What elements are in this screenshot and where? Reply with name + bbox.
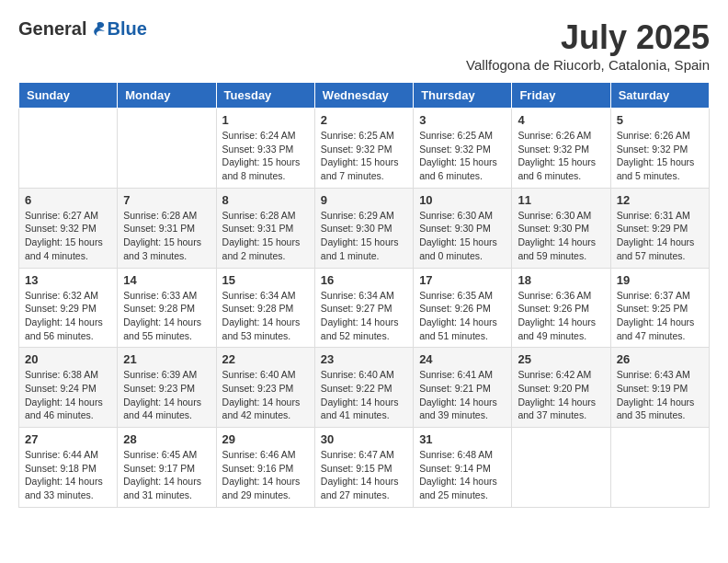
calendar-cell: 28Sunrise: 6:45 AMSunset: 9:17 PMDayligh…: [118, 428, 216, 508]
day-number: 21: [123, 352, 210, 366]
calendar-cell: 29Sunrise: 6:46 AMSunset: 9:16 PMDayligh…: [216, 428, 314, 508]
day-number: 15: [222, 273, 309, 287]
calendar-week-2: 6Sunrise: 6:27 AMSunset: 9:32 PMDaylight…: [19, 188, 710, 268]
day-info: Sunrise: 6:27 AMSunset: 9:32 PMDaylight:…: [25, 209, 111, 263]
calendar-cell: [19, 109, 118, 189]
day-info: Sunrise: 6:26 AMSunset: 9:32 PMDaylight:…: [617, 129, 703, 183]
page-header: General Blue July 2025 Vallfogona de Riu…: [18, 18, 710, 73]
calendar-table: Sunday Monday Tuesday Wednesday Thursday…: [18, 82, 710, 508]
day-number: 16: [321, 273, 407, 287]
day-info: Sunrise: 6:30 AMSunset: 9:30 PMDaylight:…: [518, 209, 604, 263]
day-info: Sunrise: 6:25 AMSunset: 9:32 PMDaylight:…: [321, 129, 407, 183]
header-tuesday: Tuesday: [216, 83, 314, 109]
day-number: 11: [518, 193, 604, 207]
day-number: 30: [321, 432, 407, 446]
day-info: Sunrise: 6:47 AMSunset: 9:15 PMDaylight:…: [321, 448, 407, 502]
calendar-cell: 18Sunrise: 6:36 AMSunset: 9:26 PMDayligh…: [512, 268, 610, 348]
day-number: 7: [123, 193, 210, 207]
day-info: Sunrise: 6:26 AMSunset: 9:32 PMDaylight:…: [518, 129, 604, 183]
calendar-cell: 9Sunrise: 6:29 AMSunset: 9:30 PMDaylight…: [314, 188, 413, 268]
calendar-cell: 24Sunrise: 6:41 AMSunset: 9:21 PMDayligh…: [414, 348, 512, 428]
day-info: Sunrise: 6:40 AMSunset: 9:23 PMDaylight:…: [222, 368, 309, 422]
calendar-cell: 1Sunrise: 6:24 AMSunset: 9:33 PMDaylight…: [216, 109, 314, 189]
day-number: 4: [518, 113, 604, 127]
day-info: Sunrise: 6:40 AMSunset: 9:22 PMDaylight:…: [321, 368, 407, 422]
calendar-cell: 21Sunrise: 6:39 AMSunset: 9:23 PMDayligh…: [118, 348, 216, 428]
calendar-cell: 22Sunrise: 6:40 AMSunset: 9:23 PMDayligh…: [216, 348, 314, 428]
day-info: Sunrise: 6:43 AMSunset: 9:19 PMDaylight:…: [617, 368, 703, 422]
day-number: 20: [25, 352, 111, 366]
calendar-cell: [118, 109, 216, 189]
day-number: 28: [123, 432, 210, 446]
day-number: 12: [617, 193, 703, 207]
calendar-cell: 16Sunrise: 6:34 AMSunset: 9:27 PMDayligh…: [314, 268, 413, 348]
day-number: 22: [222, 352, 309, 366]
day-info: Sunrise: 6:28 AMSunset: 9:31 PMDaylight:…: [123, 209, 210, 263]
header-sunday: Sunday: [19, 83, 118, 109]
header-thursday: Thursday: [414, 83, 512, 109]
day-info: Sunrise: 6:33 AMSunset: 9:28 PMDaylight:…: [123, 289, 210, 343]
day-info: Sunrise: 6:30 AMSunset: 9:30 PMDaylight:…: [419, 209, 506, 263]
calendar-week-4: 20Sunrise: 6:38 AMSunset: 9:24 PMDayligh…: [19, 348, 710, 428]
day-info: Sunrise: 6:29 AMSunset: 9:30 PMDaylight:…: [321, 209, 407, 263]
day-number: 23: [321, 352, 407, 366]
header-saturday: Saturday: [610, 83, 709, 109]
calendar-cell: 12Sunrise: 6:31 AMSunset: 9:29 PMDayligh…: [610, 188, 709, 268]
calendar-cell: 27Sunrise: 6:44 AMSunset: 9:18 PMDayligh…: [19, 428, 118, 508]
day-info: Sunrise: 6:48 AMSunset: 9:14 PMDaylight:…: [419, 448, 506, 502]
day-number: 14: [123, 273, 210, 287]
day-info: Sunrise: 6:34 AMSunset: 9:27 PMDaylight:…: [321, 289, 407, 343]
day-info: Sunrise: 6:32 AMSunset: 9:29 PMDaylight:…: [25, 289, 111, 343]
calendar-cell: 11Sunrise: 6:30 AMSunset: 9:30 PMDayligh…: [512, 188, 610, 268]
calendar-cell: 5Sunrise: 6:26 AMSunset: 9:32 PMDaylight…: [610, 109, 709, 189]
calendar-cell: 31Sunrise: 6:48 AMSunset: 9:14 PMDayligh…: [414, 428, 512, 508]
day-number: 26: [617, 352, 703, 366]
calendar-cell: 2Sunrise: 6:25 AMSunset: 9:32 PMDaylight…: [314, 109, 413, 189]
day-info: Sunrise: 6:36 AMSunset: 9:26 PMDaylight:…: [518, 289, 604, 343]
calendar-header-row: Sunday Monday Tuesday Wednesday Thursday…: [19, 83, 710, 109]
logo-general-text: General: [18, 18, 86, 40]
day-number: 17: [419, 273, 506, 287]
day-number: 13: [25, 273, 111, 287]
calendar-cell: 7Sunrise: 6:28 AMSunset: 9:31 PMDaylight…: [118, 188, 216, 268]
day-info: Sunrise: 6:28 AMSunset: 9:31 PMDaylight:…: [222, 209, 309, 263]
day-info: Sunrise: 6:45 AMSunset: 9:17 PMDaylight:…: [123, 448, 210, 502]
day-info: Sunrise: 6:44 AMSunset: 9:18 PMDaylight:…: [25, 448, 111, 502]
day-info: Sunrise: 6:35 AMSunset: 9:26 PMDaylight:…: [419, 289, 506, 343]
header-friday: Friday: [512, 83, 610, 109]
calendar-cell: 3Sunrise: 6:25 AMSunset: 9:32 PMDaylight…: [414, 109, 512, 189]
day-info: Sunrise: 6:31 AMSunset: 9:29 PMDaylight:…: [617, 209, 703, 263]
day-number: 6: [25, 193, 111, 207]
calendar-cell: 15Sunrise: 6:34 AMSunset: 9:28 PMDayligh…: [216, 268, 314, 348]
day-number: 27: [25, 432, 111, 446]
day-number: 25: [518, 352, 604, 366]
header-wednesday: Wednesday: [314, 83, 413, 109]
calendar-week-5: 27Sunrise: 6:44 AMSunset: 9:18 PMDayligh…: [19, 428, 710, 508]
day-number: 1: [222, 113, 309, 127]
calendar-cell: [512, 428, 610, 508]
day-info: Sunrise: 6:25 AMSunset: 9:32 PMDaylight:…: [419, 129, 506, 183]
day-number: 5: [617, 113, 703, 127]
logo-blue-text: Blue: [107, 18, 146, 40]
location-subtitle: Vallfogona de Riucorb, Catalonia, Spain: [466, 57, 710, 73]
day-number: 2: [321, 113, 407, 127]
day-number: 3: [419, 113, 506, 127]
calendar-week-3: 13Sunrise: 6:32 AMSunset: 9:29 PMDayligh…: [19, 268, 710, 348]
day-number: 9: [321, 193, 407, 207]
calendar-cell: [610, 428, 709, 508]
day-info: Sunrise: 6:37 AMSunset: 9:25 PMDaylight:…: [617, 289, 703, 343]
day-number: 24: [419, 352, 506, 366]
calendar-cell: 13Sunrise: 6:32 AMSunset: 9:29 PMDayligh…: [19, 268, 118, 348]
day-number: 10: [419, 193, 506, 207]
day-info: Sunrise: 6:38 AMSunset: 9:24 PMDaylight:…: [25, 368, 111, 422]
calendar-cell: 14Sunrise: 6:33 AMSunset: 9:28 PMDayligh…: [118, 268, 216, 348]
calendar-cell: 26Sunrise: 6:43 AMSunset: 9:19 PMDayligh…: [610, 348, 709, 428]
logo: General Blue: [18, 18, 147, 40]
calendar-cell: 19Sunrise: 6:37 AMSunset: 9:25 PMDayligh…: [610, 268, 709, 348]
calendar-cell: 25Sunrise: 6:42 AMSunset: 9:20 PMDayligh…: [512, 348, 610, 428]
calendar-cell: 10Sunrise: 6:30 AMSunset: 9:30 PMDayligh…: [414, 188, 512, 268]
day-number: 29: [222, 432, 309, 446]
day-info: Sunrise: 6:39 AMSunset: 9:23 PMDaylight:…: [123, 368, 210, 422]
logo-bird-icon: [88, 20, 107, 39]
calendar-cell: 6Sunrise: 6:27 AMSunset: 9:32 PMDaylight…: [19, 188, 118, 268]
